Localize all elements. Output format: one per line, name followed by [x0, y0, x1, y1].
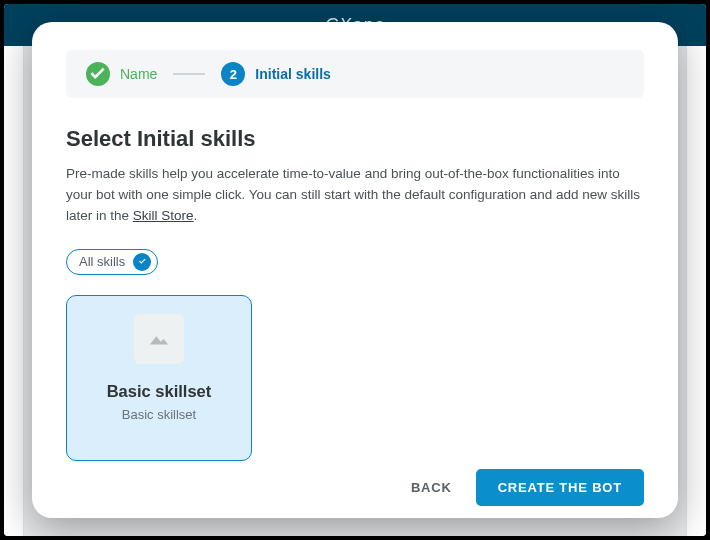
- wizard-modal: Name 2 Initial skills Select Initial ski…: [32, 22, 678, 518]
- bg-panel-left: [4, 46, 24, 536]
- page-description: Pre-made skills help you accelerate time…: [66, 164, 644, 227]
- modal-footer: BACK CREATE THE BOT: [66, 461, 644, 506]
- back-button[interactable]: BACK: [411, 480, 452, 495]
- chip-all-skills[interactable]: All skills: [66, 249, 158, 275]
- step-initial-skills[interactable]: 2 Initial skills: [221, 62, 330, 86]
- skill-store-link[interactable]: Skill Store: [133, 208, 194, 223]
- step-number-badge: 2: [221, 62, 245, 86]
- step-initial-skills-label: Initial skills: [255, 66, 330, 82]
- card-basic-skillset[interactable]: Basic skillset Basic skillset: [66, 295, 252, 461]
- chip-all-skills-label: All skills: [79, 254, 125, 269]
- bg-panel-right: [686, 46, 706, 536]
- check-circle-icon: [133, 253, 151, 271]
- desc-text-post: .: [194, 208, 198, 223]
- create-bot-button[interactable]: CREATE THE BOT: [476, 469, 644, 506]
- image-placeholder-icon: [134, 314, 184, 364]
- step-name[interactable]: Name: [86, 62, 157, 86]
- step-connector: [173, 73, 205, 75]
- stepper: Name 2 Initial skills: [66, 50, 644, 98]
- skill-cards: Basic skillset Basic skillset: [66, 295, 644, 461]
- check-icon: [86, 62, 110, 86]
- card-subtitle: Basic skillset: [122, 407, 196, 422]
- filter-chips: All skills: [66, 249, 644, 275]
- page-title: Select Initial skills: [66, 126, 644, 152]
- card-title: Basic skillset: [107, 382, 212, 401]
- step-name-label: Name: [120, 66, 157, 82]
